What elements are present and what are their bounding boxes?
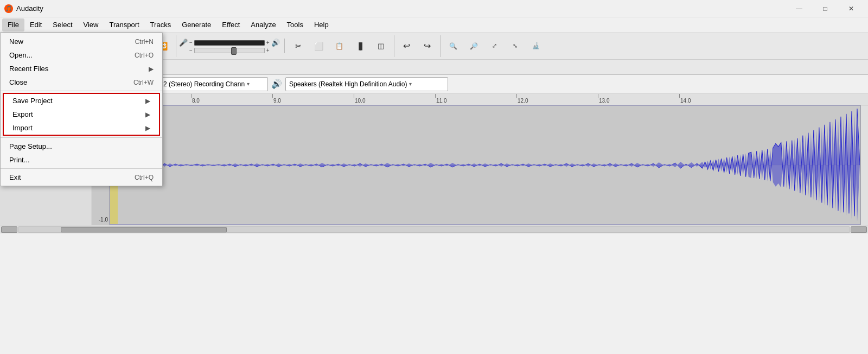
- cut-button[interactable]: ✂: [289, 37, 308, 55]
- fit-project-button[interactable]: ⤢: [485, 37, 505, 55]
- ruler-mark-11: 11.0: [435, 94, 516, 104]
- output-device-arrow: ▾: [409, 81, 412, 87]
- fit-vertically-button[interactable]: ⤡: [506, 37, 525, 55]
- title-bar-controls: — □ ✕: [787, 0, 864, 17]
- recent-arrow-icon: ▶: [149, 65, 154, 73]
- zoom-in-button[interactable]: 🔍: [444, 37, 463, 55]
- menu-item-open-shortcut: Ctrl+O: [135, 52, 154, 59]
- output-device-text: Speakers (Realtek High Definition Audio): [289, 80, 407, 88]
- menu-item-page-setup[interactable]: Page Setup...: [1, 140, 162, 153]
- silence-button[interactable]: ▐▌: [350, 37, 370, 55]
- channels-text: 2 (Stereo) Recording Chann: [163, 80, 245, 88]
- menu-transport[interactable]: Transport: [104, 18, 144, 31]
- mic-icon: 🎤: [179, 39, 188, 47]
- menu-file[interactable]: File: [2, 18, 24, 31]
- mic-plus-label: +: [266, 40, 270, 46]
- export-arrow-icon: ▶: [145, 111, 150, 118]
- menu-item-export[interactable]: Export ▶: [4, 108, 159, 121]
- menu-item-exit[interactable]: Exit Ctrl+Q: [1, 170, 162, 184]
- scroll-left-btn[interactable]: [1, 226, 17, 233]
- menu-item-print-label: Print...: [9, 156, 30, 164]
- highlighted-group: Save Project ▶ Export ▶ Import ▶: [3, 93, 160, 136]
- edit-group: ✂ ⬜ 📋 ▐▌ ◫: [289, 35, 394, 57]
- waveform-container: 0.0 -0.5 -1.0: [92, 105, 860, 225]
- menu-help[interactable]: Help: [309, 18, 334, 31]
- minimize-button[interactable]: —: [787, 0, 812, 17]
- menu-effect[interactable]: Effect: [216, 18, 245, 31]
- scroll-right-btn[interactable]: [851, 226, 867, 233]
- close-button[interactable]: ✕: [839, 0, 864, 17]
- spk-plus-label: +: [266, 47, 270, 53]
- menu-item-print[interactable]: Print...: [1, 153, 162, 167]
- input-level-meter[interactable]: [194, 40, 265, 46]
- separator-2: [1, 137, 162, 138]
- track-resize-handle[interactable]: [860, 105, 868, 225]
- speaker-icon: 🔊: [271, 39, 280, 47]
- spk-minus-label: −: [189, 47, 193, 53]
- scrollbar-track[interactable]: [18, 226, 850, 233]
- menu-item-import[interactable]: Import ▶: [4, 121, 159, 135]
- scrollbar-thumb[interactable]: [61, 227, 227, 232]
- output-device-select[interactable]: Speakers (Realtek High Definition Audio)…: [285, 77, 448, 91]
- undo-group: ↩ ↪: [397, 35, 441, 57]
- menu-item-save-project[interactable]: Save Project ▶: [4, 94, 159, 108]
- channels-select[interactable]: 2 (Stereo) Recording Chann ▾: [159, 77, 268, 91]
- menu-select[interactable]: Select: [47, 18, 78, 31]
- scrub-zoom-button[interactable]: 🔬: [526, 37, 546, 55]
- horizontal-scrollbar[interactable]: [0, 225, 868, 233]
- menu-view[interactable]: View: [78, 18, 104, 31]
- separator-1: [1, 91, 162, 91]
- title-bar-left: 🎵 Audacity: [4, 4, 43, 13]
- file-dropdown-menu: New Ctrl+N Open... Ctrl+O Recent Files ▶…: [0, 33, 163, 186]
- ruler-label-9: 9.0: [273, 98, 281, 104]
- ruler-tick-10: [354, 94, 354, 98]
- menu-item-page-setup-label: Page Setup...: [9, 142, 52, 150]
- redo-button[interactable]: ↪: [418, 37, 437, 55]
- input-monitor-row: 🎤 − + 🔊: [179, 39, 280, 47]
- waveform-display[interactable]: [110, 105, 860, 225]
- menu-item-open[interactable]: Open... Ctrl+O: [1, 48, 162, 62]
- menu-item-open-label: Open...: [9, 51, 33, 59]
- monitoring-section: 🎤 − + 🔊 − +: [179, 39, 285, 53]
- ruler-tick-9: [272, 94, 273, 98]
- ruler-tick-14: [679, 94, 680, 98]
- menu-item-close-label: Close: [9, 78, 27, 86]
- menu-edit[interactable]: Edit: [24, 18, 47, 31]
- output-level-slider[interactable]: [194, 48, 265, 53]
- menu-generate[interactable]: Generate: [176, 18, 216, 31]
- menu-tracks[interactable]: Tracks: [145, 18, 177, 31]
- app-icon: 🎵: [4, 4, 13, 13]
- ruler-tick-12: [516, 94, 517, 98]
- ruler-mark-9: 9.0: [272, 94, 354, 104]
- menu-analyze[interactable]: Analyze: [245, 18, 281, 31]
- paste-button[interactable]: 📋: [330, 37, 349, 55]
- mic-minus-label: −: [189, 40, 193, 46]
- ruler-tick-8: [191, 94, 192, 98]
- copy-button[interactable]: ⬜: [309, 37, 329, 55]
- ruler-label-8: 8.0: [192, 98, 200, 104]
- maximize-button[interactable]: □: [813, 0, 838, 17]
- menu-item-close[interactable]: Close Ctrl+W: [1, 75, 162, 89]
- ruler-marks-container: 7.0 8.0 9.0 10.0 11.0 12.0 13.0 14.0: [110, 94, 761, 104]
- ruler-label-14: 14.0: [680, 98, 691, 104]
- menu-tools[interactable]: Tools: [282, 18, 309, 31]
- menu-item-recent-label: Recent Files: [9, 65, 48, 73]
- zoom-out-button[interactable]: 🔎: [464, 37, 484, 55]
- trim-button[interactable]: ◫: [371, 37, 391, 55]
- menu-item-new-shortcut: Ctrl+N: [135, 38, 154, 46]
- output-slider-fill: [195, 48, 237, 53]
- menu-bar: File Edit Select View Transport Tracks G…: [0, 17, 868, 33]
- ruler-mark-8: 8.0: [191, 94, 272, 104]
- ruler-tick-13: [598, 94, 598, 98]
- ruler-mark-10: 10.0: [354, 94, 435, 104]
- ruler-label-10: 10.0: [355, 98, 365, 104]
- save-project-arrow-icon: ▶: [145, 97, 150, 105]
- waveform-svg: [110, 106, 860, 224]
- ruler-mark-14: 14.0: [679, 94, 761, 104]
- undo-button[interactable]: ↩: [397, 37, 417, 55]
- output-slider-thumb: [231, 47, 237, 55]
- menu-item-recent[interactable]: Recent Files ▶: [1, 62, 162, 75]
- ruler-label-13: 13.0: [599, 98, 609, 104]
- channels-arrow: ▾: [247, 81, 250, 87]
- menu-item-new[interactable]: New Ctrl+N: [1, 35, 162, 48]
